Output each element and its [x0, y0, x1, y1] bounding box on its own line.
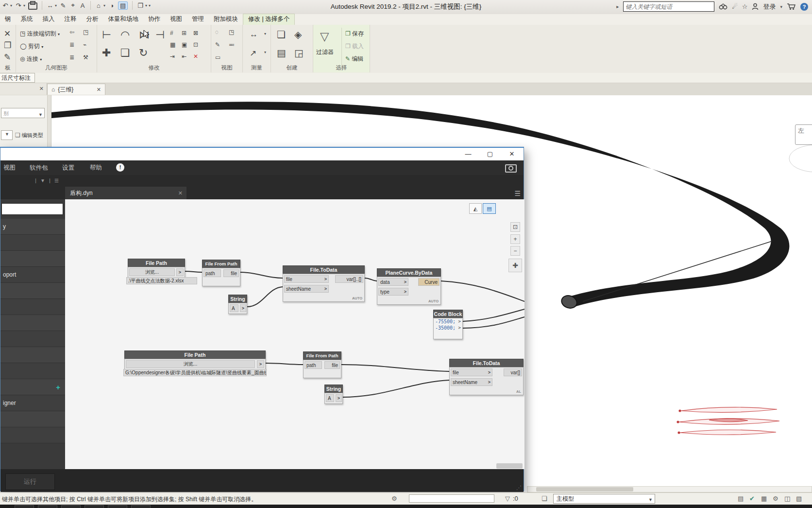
active-model-dropdown[interactable]: 主模型 ▼ [553, 494, 655, 504]
copy-icon[interactable]: ❐ [4, 40, 11, 51]
trim-icon[interactable]: ▦ [170, 41, 175, 48]
beam-icon[interactable]: ◳ [83, 29, 88, 35]
activate-dimensions-button[interactable]: 活尺寸标注 [0, 73, 35, 83]
help-icon[interactable]: ? [800, 3, 808, 11]
copy-modify-icon[interactable]: ❏ [120, 47, 130, 59]
tab-modify-active[interactable]: 修改 | 选择多个 [243, 14, 295, 25]
input-port[interactable]: path [203, 269, 221, 277]
expand-search-icon[interactable]: ▸ [616, 4, 619, 9]
switch-windows-icon[interactable]: ❐ [137, 2, 144, 9]
hammer-icon[interactable]: ⚒ [83, 54, 88, 61]
output-port[interactable]: > [336, 394, 342, 402]
input-port-data[interactable]: data> [378, 278, 408, 286]
signin-label[interactable]: 登录 [763, 2, 776, 11]
properties-scrollbar[interactable] [47, 95, 51, 147]
hamburger-menu-icon[interactable]: ☰ [514, 190, 521, 197]
switch-windows-dropdown-icon[interactable]: ▾ [145, 3, 147, 8]
library-item[interactable] [0, 299, 65, 315]
communication-center-icon[interactable]: ☄ [732, 3, 738, 10]
windows-taskbar[interactable] [0, 505, 812, 508]
horizontal-scrollbar[interactable] [527, 486, 812, 492]
tab-systems[interactable]: 系统 [16, 14, 38, 25]
library-toggle-icon[interactable]: ∣ [34, 178, 37, 183]
node-planecurve-bydata[interactable]: PlaneCurve.ByData data> type> Curve AUTO [377, 268, 441, 305]
close-button[interactable]: ✕ [501, 148, 523, 160]
minimize-button[interactable]: — [457, 148, 479, 160]
node-title[interactable]: String [228, 295, 247, 303]
input-port-sheetname[interactable]: sheetName> [451, 378, 492, 386]
cart-icon[interactable] [787, 3, 796, 10]
browse-button[interactable]: 浏览... [126, 360, 255, 368]
resize-grip-icon[interactable]: ⋰ [516, 485, 522, 491]
tab-insert[interactable]: 插入 [38, 14, 60, 25]
dynamo-titlebar[interactable]: — ▢ ✕ [0, 148, 524, 160]
customize-qat-icon[interactable]: ▾ [149, 3, 151, 8]
menu-packages[interactable]: 软件包 [30, 164, 48, 172]
notification-alert-icon[interactable]: ! [116, 163, 124, 172]
node-title[interactable]: PlaneCurve.ByData [377, 268, 441, 277]
default-3d-view-icon[interactable]: ⌂ [95, 2, 102, 9]
text-icon[interactable]: A [79, 2, 86, 9]
close-icon[interactable]: ✕ [39, 86, 44, 92]
output-port[interactable]: > [240, 304, 246, 312]
input-port[interactable]: path [304, 361, 322, 369]
taskbar-button[interactable] [131, 505, 151, 508]
filter-icon[interactable]: ▽ [320, 30, 329, 43]
status-right-icon-6[interactable]: ▧ [796, 495, 802, 502]
zoom-out-button[interactable]: − [510, 246, 520, 256]
demolish-icon[interactable]: ⌁ [83, 41, 86, 48]
tab-view[interactable]: 视图 [165, 14, 187, 25]
scrollbar-thumb[interactable] [536, 487, 633, 491]
library-item[interactable] [0, 283, 65, 299]
library-item[interactable] [0, 347, 65, 363]
library-item[interactable] [0, 331, 65, 347]
tag-icon[interactable]: ⌖ [69, 1, 76, 9]
node-file-todata-2[interactable]: File.ToData file> sheetName> var[] AL [449, 359, 524, 395]
library-item[interactable] [0, 251, 65, 267]
close-icon[interactable]: ✕ [178, 187, 183, 199]
node-title[interactable]: File From Path [303, 351, 341, 360]
node-file-todata-1[interactable]: File.ToData file> sheetName> var[]..[] A… [283, 265, 365, 302]
node-string-1[interactable]: String A > [228, 295, 247, 314]
node-title[interactable]: String [324, 385, 343, 393]
group-icon[interactable]: ❏ [277, 29, 286, 40]
thin-lines-icon[interactable]: ▤ [118, 1, 128, 10]
similar-icon[interactable]: ◲ [294, 47, 304, 59]
node-title[interactable]: File Path [128, 259, 185, 267]
maximize-button[interactable]: ▢ [479, 148, 501, 160]
tab-annotate[interactable]: 注释 [60, 14, 82, 25]
taskbar-button[interactable] [61, 505, 81, 508]
add-icon[interactable]: + [56, 379, 60, 395]
measure-diagonal-icon[interactable]: ↗ [250, 48, 256, 58]
delete-icon[interactable]: ✕ [4, 29, 11, 39]
view-dropdown-icon[interactable]: ▾ [103, 3, 105, 8]
view-tab-3d[interactable]: ⌂ {三维} ✕ [47, 84, 105, 95]
undo-dropdown-icon[interactable]: ▾ [10, 3, 12, 8]
graph-view-button[interactable]: ▤ [483, 203, 496, 214]
tab-addins[interactable]: 附加模块 [209, 14, 243, 25]
section-box-icon[interactable]: ▭ [215, 54, 220, 61]
node-title[interactable]: File.ToData [449, 359, 524, 367]
node-string-2[interactable]: String A > [324, 385, 343, 404]
browse-button[interactable]: 浏览... [129, 268, 175, 276]
paste-icon[interactable]: ✎ [4, 52, 11, 62]
signin-dropdown-icon[interactable]: ▾ [780, 4, 782, 9]
menu-help[interactable]: 帮助 [90, 164, 102, 172]
rotate-icon[interactable]: ↻ [139, 47, 148, 59]
taskbar-button[interactable] [108, 505, 127, 508]
canvas-scrollbar-thumb[interactable] [496, 463, 523, 469]
node-title[interactable]: File.ToData [283, 265, 365, 274]
cut-button[interactable]: ◯ 剪切 ▾ [20, 42, 43, 51]
tab-steel[interactable]: 钢 [0, 14, 16, 25]
tab-analyze[interactable]: 分析 [82, 14, 103, 25]
menu-view[interactable]: 视图 [3, 164, 16, 172]
node-title[interactable]: File From Path [202, 260, 240, 268]
status-right-icon-1[interactable]: ▤ [738, 495, 744, 502]
status-right-icon-5[interactable]: ◫ [784, 495, 790, 502]
measure-dropdown-icon[interactable]: ▾ [55, 3, 57, 8]
unpin-icon[interactable]: ⇤ [182, 53, 186, 60]
redo-dropdown-icon[interactable]: ▾ [23, 3, 25, 8]
beam-system-icon[interactable]: ≣ [69, 41, 74, 48]
input-value[interactable]: A [326, 394, 334, 402]
offset-icon[interactable]: ◠ [120, 29, 130, 41]
